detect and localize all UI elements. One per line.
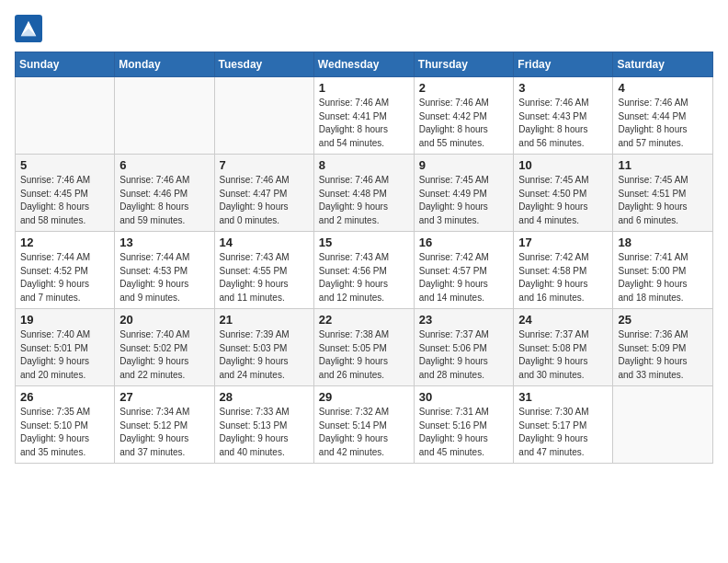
day-info: Sunrise: 7:40 AM Sunset: 5:02 PM Dayligh… xyxy=(119,328,209,382)
calendar-cell: 15Sunrise: 7:43 AM Sunset: 4:56 PM Dayli… xyxy=(313,232,414,309)
day-number: 8 xyxy=(319,158,409,172)
calendar-cell: 20Sunrise: 7:40 AM Sunset: 5:02 PM Dayli… xyxy=(115,309,214,386)
calendar-cell: 7Sunrise: 7:46 AM Sunset: 4:47 PM Daylig… xyxy=(214,155,313,232)
calendar-cell: 22Sunrise: 7:38 AM Sunset: 5:05 PM Dayli… xyxy=(313,309,414,386)
day-info: Sunrise: 7:46 AM Sunset: 4:46 PM Dayligh… xyxy=(119,174,209,227)
calendar-cell xyxy=(613,386,713,464)
logo-icon xyxy=(15,15,42,42)
calendar-cell: 18Sunrise: 7:41 AM Sunset: 5:00 PM Dayli… xyxy=(613,232,713,309)
day-info: Sunrise: 7:31 AM Sunset: 5:16 PM Dayligh… xyxy=(419,406,509,459)
day-number: 2 xyxy=(419,81,509,95)
calendar-cell: 6Sunrise: 7:46 AM Sunset: 4:46 PM Daylig… xyxy=(115,155,214,232)
day-info: Sunrise: 7:33 AM Sunset: 5:13 PM Dayligh… xyxy=(220,406,309,459)
calendar-week-row: 12Sunrise: 7:44 AM Sunset: 4:52 PM Dayli… xyxy=(16,232,713,309)
day-info: Sunrise: 7:43 AM Sunset: 4:56 PM Dayligh… xyxy=(319,251,409,304)
day-of-week-header: Tuesday xyxy=(214,52,313,77)
day-number: 16 xyxy=(419,236,509,249)
calendar-cell: 16Sunrise: 7:42 AM Sunset: 4:57 PM Dayli… xyxy=(414,232,514,309)
day-number: 12 xyxy=(20,236,109,249)
day-number: 19 xyxy=(20,313,109,327)
day-info: Sunrise: 7:46 AM Sunset: 4:41 PM Dayligh… xyxy=(319,97,409,150)
day-number: 28 xyxy=(220,390,309,404)
day-number: 13 xyxy=(119,236,209,249)
day-number: 21 xyxy=(220,313,309,327)
day-info: Sunrise: 7:37 AM Sunset: 5:08 PM Dayligh… xyxy=(518,328,608,382)
day-info: Sunrise: 7:30 AM Sunset: 5:17 PM Dayligh… xyxy=(518,406,608,459)
day-info: Sunrise: 7:46 AM Sunset: 4:47 PM Dayligh… xyxy=(220,174,309,227)
calendar-week-row: 26Sunrise: 7:35 AM Sunset: 5:10 PM Dayli… xyxy=(16,386,713,464)
calendar-cell: 30Sunrise: 7:31 AM Sunset: 5:16 PM Dayli… xyxy=(414,386,514,464)
calendar-week-row: 19Sunrise: 7:40 AM Sunset: 5:01 PM Dayli… xyxy=(16,309,713,386)
calendar-week-row: 1Sunrise: 7:46 AM Sunset: 4:41 PM Daylig… xyxy=(16,77,713,155)
day-number: 30 xyxy=(419,390,509,404)
day-info: Sunrise: 7:35 AM Sunset: 5:10 PM Dayligh… xyxy=(20,406,109,459)
day-info: Sunrise: 7:46 AM Sunset: 4:48 PM Dayligh… xyxy=(319,174,409,227)
day-info: Sunrise: 7:40 AM Sunset: 5:01 PM Dayligh… xyxy=(20,328,109,382)
day-info: Sunrise: 7:42 AM Sunset: 4:58 PM Dayligh… xyxy=(518,251,608,304)
page-header xyxy=(15,15,713,42)
day-info: Sunrise: 7:46 AM Sunset: 4:45 PM Dayligh… xyxy=(20,174,109,227)
calendar-cell: 14Sunrise: 7:43 AM Sunset: 4:55 PM Dayli… xyxy=(214,232,313,309)
calendar-cell: 28Sunrise: 7:33 AM Sunset: 5:13 PM Dayli… xyxy=(214,386,313,464)
day-number: 10 xyxy=(518,158,608,172)
day-info: Sunrise: 7:46 AM Sunset: 4:42 PM Dayligh… xyxy=(419,97,509,150)
day-number: 4 xyxy=(618,81,708,95)
day-info: Sunrise: 7:41 AM Sunset: 5:00 PM Dayligh… xyxy=(618,251,708,304)
day-number: 18 xyxy=(618,236,708,249)
calendar-cell: 4Sunrise: 7:46 AM Sunset: 4:44 PM Daylig… xyxy=(613,77,713,155)
calendar-cell: 31Sunrise: 7:30 AM Sunset: 5:17 PM Dayli… xyxy=(514,386,613,464)
calendar-cell: 9Sunrise: 7:45 AM Sunset: 4:49 PM Daylig… xyxy=(414,155,514,232)
day-number: 22 xyxy=(319,313,409,327)
day-number: 3 xyxy=(518,81,608,95)
calendar-cell: 25Sunrise: 7:36 AM Sunset: 5:09 PM Dayli… xyxy=(613,309,713,386)
day-number: 31 xyxy=(518,390,608,404)
calendar-cell: 27Sunrise: 7:34 AM Sunset: 5:12 PM Dayli… xyxy=(115,386,214,464)
calendar-cell: 5Sunrise: 7:46 AM Sunset: 4:45 PM Daylig… xyxy=(16,155,115,232)
day-info: Sunrise: 7:45 AM Sunset: 4:50 PM Dayligh… xyxy=(518,174,608,227)
calendar-cell: 12Sunrise: 7:44 AM Sunset: 4:52 PM Dayli… xyxy=(16,232,115,309)
calendar-cell xyxy=(115,77,214,155)
day-of-week-header: Monday xyxy=(115,52,214,77)
calendar-cell: 13Sunrise: 7:44 AM Sunset: 4:53 PM Dayli… xyxy=(115,232,214,309)
calendar-cell: 26Sunrise: 7:35 AM Sunset: 5:10 PM Dayli… xyxy=(16,386,115,464)
day-of-week-header: Saturday xyxy=(613,52,713,77)
calendar-header-row: SundayMondayTuesdayWednesdayThursdayFrid… xyxy=(16,52,713,77)
calendar-cell: 3Sunrise: 7:46 AM Sunset: 4:43 PM Daylig… xyxy=(514,77,613,155)
day-number: 29 xyxy=(319,390,409,404)
day-number: 27 xyxy=(119,390,209,404)
calendar-table: SundayMondayTuesdayWednesdayThursdayFrid… xyxy=(15,52,713,464)
calendar-cell: 29Sunrise: 7:32 AM Sunset: 5:14 PM Dayli… xyxy=(313,386,414,464)
day-info: Sunrise: 7:42 AM Sunset: 4:57 PM Dayligh… xyxy=(419,251,509,304)
day-of-week-header: Sunday xyxy=(16,52,115,77)
day-number: 25 xyxy=(618,313,708,327)
calendar-cell: 2Sunrise: 7:46 AM Sunset: 4:42 PM Daylig… xyxy=(414,77,514,155)
logo xyxy=(15,15,44,42)
day-number: 9 xyxy=(419,158,509,172)
day-number: 5 xyxy=(20,158,109,172)
day-info: Sunrise: 7:45 AM Sunset: 4:49 PM Dayligh… xyxy=(419,174,509,227)
day-info: Sunrise: 7:36 AM Sunset: 5:09 PM Dayligh… xyxy=(618,328,708,382)
calendar-cell: 19Sunrise: 7:40 AM Sunset: 5:01 PM Dayli… xyxy=(16,309,115,386)
day-number: 14 xyxy=(220,236,309,249)
day-number: 15 xyxy=(319,236,409,249)
day-info: Sunrise: 7:39 AM Sunset: 5:03 PM Dayligh… xyxy=(220,328,309,382)
day-number: 11 xyxy=(618,158,708,172)
day-info: Sunrise: 7:46 AM Sunset: 4:44 PM Dayligh… xyxy=(618,97,708,150)
calendar-cell: 10Sunrise: 7:45 AM Sunset: 4:50 PM Dayli… xyxy=(514,155,613,232)
day-info: Sunrise: 7:34 AM Sunset: 5:12 PM Dayligh… xyxy=(119,406,209,459)
day-info: Sunrise: 7:45 AM Sunset: 4:51 PM Dayligh… xyxy=(618,174,708,227)
day-info: Sunrise: 7:44 AM Sunset: 4:52 PM Dayligh… xyxy=(20,251,109,304)
calendar-cell xyxy=(16,77,115,155)
day-info: Sunrise: 7:37 AM Sunset: 5:06 PM Dayligh… xyxy=(419,328,509,382)
calendar-cell: 21Sunrise: 7:39 AM Sunset: 5:03 PM Dayli… xyxy=(214,309,313,386)
calendar-cell: 8Sunrise: 7:46 AM Sunset: 4:48 PM Daylig… xyxy=(313,155,414,232)
day-info: Sunrise: 7:44 AM Sunset: 4:53 PM Dayligh… xyxy=(119,251,209,304)
day-of-week-header: Wednesday xyxy=(313,52,414,77)
day-number: 24 xyxy=(518,313,608,327)
day-info: Sunrise: 7:46 AM Sunset: 4:43 PM Dayligh… xyxy=(518,97,608,150)
day-info: Sunrise: 7:32 AM Sunset: 5:14 PM Dayligh… xyxy=(319,406,409,459)
calendar-cell: 23Sunrise: 7:37 AM Sunset: 5:06 PM Dayli… xyxy=(414,309,514,386)
calendar-week-row: 5Sunrise: 7:46 AM Sunset: 4:45 PM Daylig… xyxy=(16,155,713,232)
calendar-cell xyxy=(214,77,313,155)
day-number: 26 xyxy=(20,390,109,404)
